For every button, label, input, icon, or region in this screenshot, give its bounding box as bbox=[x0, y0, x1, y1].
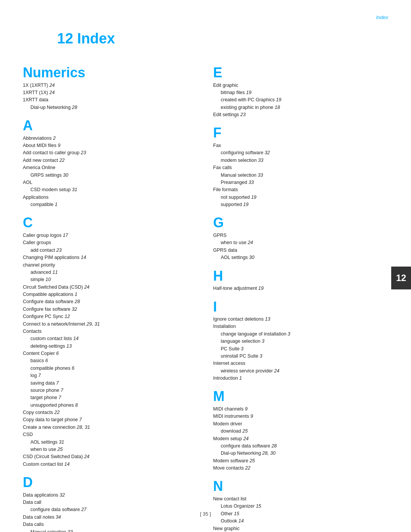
section-letter-n: N bbox=[213, 479, 388, 494]
index-entry: channel priority bbox=[23, 262, 198, 269]
index-entry: Fax calls bbox=[213, 164, 388, 171]
columns: Numerics1X (1XRTT) 241XRTT (1X) 241XRTT … bbox=[23, 58, 388, 532]
index-entry: Add contact to caller group 23 bbox=[23, 149, 198, 157]
index-entry: Modem software 25 bbox=[213, 457, 388, 465]
right-column: EEdit graphicbitmap files 19created with… bbox=[213, 58, 388, 532]
index-entry: MIDI channels 9 bbox=[213, 406, 388, 413]
index-entry: New graphic bbox=[213, 525, 388, 532]
index-entry: Prearranged 33 bbox=[213, 179, 388, 186]
index-entry: Configure fax software 32 bbox=[23, 306, 198, 313]
index-entry: Lotus Organizer 15 bbox=[213, 503, 388, 510]
index-entry: Dial-up Networking 28 bbox=[23, 104, 198, 111]
index-entry: Modem driver bbox=[213, 420, 388, 428]
index-entry: Edit graphic bbox=[213, 82, 388, 89]
index-entry: Installation bbox=[213, 323, 388, 330]
index-entry: custom contact lists 14 bbox=[23, 335, 198, 342]
index-entry: modem selection 33 bbox=[213, 157, 388, 164]
main-content: 12 Index Numerics1X (1XRTT) 241XRTT (1X)… bbox=[23, 30, 388, 532]
index-entry: Introduction 1 bbox=[213, 375, 388, 382]
index-entry: basics 6 bbox=[23, 357, 198, 364]
index-entry: CSD (Circuit Switched Data) 24 bbox=[23, 453, 198, 460]
index-entry: CSD bbox=[23, 431, 198, 438]
index-entry: existing graphic in phone 18 bbox=[213, 104, 388, 111]
chapter-tab: 12 bbox=[391, 267, 411, 289]
index-entry: log 7 bbox=[23, 372, 198, 379]
index-entry: configure data software 28 bbox=[213, 443, 388, 450]
section-letter-numerics: Numerics bbox=[23, 65, 198, 80]
index-entry: not supported 19 bbox=[213, 194, 388, 201]
section-letter-a: A bbox=[23, 118, 198, 133]
section-letter-c: C bbox=[23, 215, 198, 230]
index-entry: when to use 25 bbox=[23, 446, 198, 453]
index-entry: GPRS data bbox=[213, 247, 388, 254]
top-right-header: Index bbox=[376, 14, 388, 20]
index-entry: Create a new connection 28, 31 bbox=[23, 424, 198, 431]
index-entry: Add new contact 22 bbox=[23, 157, 198, 164]
section-letter-m: M bbox=[213, 389, 388, 404]
index-entry: Manual selection 33 bbox=[213, 172, 388, 179]
index-entry: uninstall PC Suite 3 bbox=[213, 353, 388, 360]
index-entry: wireless service provider 24 bbox=[213, 367, 388, 375]
index-entry: Internet access bbox=[213, 360, 388, 367]
index-entry: supported 19 bbox=[213, 201, 388, 208]
index-entry: MIDI instruments 9 bbox=[213, 413, 388, 420]
index-entry: Modem setup 24 bbox=[213, 435, 388, 443]
section-letter-g: G bbox=[213, 215, 388, 230]
index-entry: Connect to a network/Internet 29, 31 bbox=[23, 321, 198, 328]
section-letter-i: I bbox=[213, 299, 388, 315]
index-entry: language selection 3 bbox=[213, 338, 388, 345]
page-container: Index 12 12 Index Numerics1X (1XRTT) 241… bbox=[0, 0, 411, 532]
index-entry: unsupported phones 8 bbox=[23, 402, 198, 409]
index-entry: Caller groups bbox=[23, 239, 198, 246]
index-entry: Half-tone adjustment 19 bbox=[213, 285, 388, 292]
index-entry: download 25 bbox=[213, 428, 388, 435]
index-entry: Outlook 14 bbox=[213, 518, 388, 525]
index-entry: Data applicatons 32 bbox=[23, 492, 198, 499]
index-entry: Abbreviations 2 bbox=[23, 135, 198, 142]
index-entry: compatible 1 bbox=[23, 201, 198, 208]
index-entry: Edit settings 23 bbox=[213, 111, 388, 118]
index-entry: AOL settings 31 bbox=[23, 439, 198, 446]
index-entry: Applications bbox=[23, 194, 198, 201]
index-entry: Fax bbox=[213, 142, 388, 149]
index-entry: Content Copier 6 bbox=[23, 350, 198, 357]
index-entry: Circuit Switched Data (CSD) 24 bbox=[23, 284, 198, 291]
index-entry: Changing PIM applications 14 bbox=[23, 254, 198, 261]
index-entry: Configure data software 28 bbox=[23, 298, 198, 305]
section-letter-h: H bbox=[213, 268, 388, 284]
index-entry: Custom contact list 14 bbox=[23, 461, 198, 468]
index-entry: Data calls bbox=[23, 521, 198, 528]
index-entry: CSD modem setup 31 bbox=[23, 186, 198, 193]
footer: [ 35 ] bbox=[0, 511, 411, 517]
index-entry: simple 10 bbox=[23, 276, 198, 283]
index-entry: saving data 7 bbox=[23, 380, 198, 387]
index-entry: PC Suite 3 bbox=[213, 345, 388, 353]
index-entry: advanced 11 bbox=[23, 269, 198, 276]
index-entry: target phone 7 bbox=[23, 394, 198, 401]
index-entry: Dial-up Networking 28, 30 bbox=[213, 450, 388, 457]
page-title: 12 Index bbox=[57, 30, 388, 47]
index-entry: About MIDI files 9 bbox=[23, 142, 198, 149]
index-entry: bitmap files 19 bbox=[213, 89, 388, 96]
index-entry: Copy data to target phone 7 bbox=[23, 416, 198, 423]
index-entry: 1X (1XRTT) 24 bbox=[23, 82, 198, 89]
index-entry: Move contacts 22 bbox=[213, 465, 388, 472]
index-entry: created with PC Graphics 19 bbox=[213, 96, 388, 104]
index-entry: Copy contacts 22 bbox=[23, 409, 198, 416]
index-entry: when to use 24 bbox=[213, 239, 388, 246]
page-number: [ 35 ] bbox=[200, 511, 211, 517]
index-entry: source phone 7 bbox=[23, 387, 198, 394]
index-entry: Contacts bbox=[23, 328, 198, 335]
index-entry: 1XRTT (1X) 24 bbox=[23, 89, 198, 96]
index-entry: change language of installation 3 bbox=[213, 331, 388, 338]
index-entry: Ignore contact deletions 13 bbox=[213, 316, 388, 323]
index-entry: Configure PC Sync 12 bbox=[23, 313, 198, 320]
section-letter-d: D bbox=[23, 475, 198, 490]
index-entry: File formats bbox=[213, 186, 388, 193]
index-entry: 1XRTT data bbox=[23, 96, 198, 104]
index-entry: add contact 23 bbox=[23, 247, 198, 254]
left-column: Numerics1X (1XRTT) 241XRTT (1X) 241XRTT … bbox=[23, 58, 198, 532]
index-entry: Data call bbox=[23, 499, 198, 506]
index-entry: AOL settings 30 bbox=[213, 254, 388, 261]
index-entry: New contact list bbox=[213, 495, 388, 503]
